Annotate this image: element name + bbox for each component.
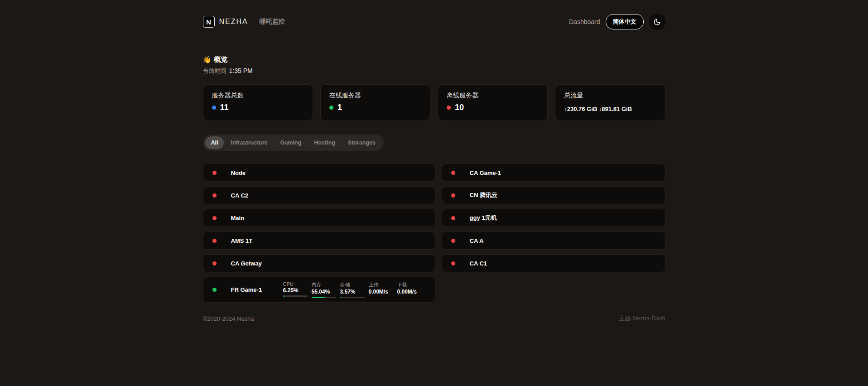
time-label: 当前时间 [203, 67, 227, 75]
server-row[interactable]: Main [203, 209, 435, 227]
download-stat: 下载 0.00M/s [397, 281, 426, 299]
theme-toggle-button[interactable] [649, 14, 665, 30]
server-list: Node CA C2 Main AMS 1T CA Getway [203, 164, 665, 303]
stat-card-offline-servers: 离线服务器 10 [438, 84, 548, 121]
status-dot-icon [212, 193, 217, 198]
wave-emoji-icon: 👋 [203, 56, 212, 64]
stat-value: 1 [338, 103, 342, 112]
dashboard-link[interactable]: Dashboard [569, 18, 600, 25]
status-dot-icon [212, 216, 217, 220]
server-name: CA Game-1 [470, 169, 502, 176]
server-row[interactable]: CA Getway [203, 254, 435, 272]
moon-icon [653, 18, 661, 26]
server-row[interactable]: CN 腾讯云 [442, 186, 665, 204]
stat-label: 服务器总数 [212, 92, 304, 100]
stat-value: 10 [455, 103, 464, 112]
overview-section: 👋 概览 当前时间 1:35 PM 服务器总数 11 在线服务器 1 [203, 55, 665, 323]
stat-card-online-servers: 在线服务器 1 [320, 84, 430, 121]
stat-card-total-traffic: 总流量 ↑230.76 GiB ↓891.81 GiB [555, 84, 665, 121]
nezha-logo-icon: N [203, 16, 215, 28]
stat-col-value: 55.04% [312, 289, 340, 295]
server-row[interactable]: AMS 1T [203, 232, 435, 250]
stat-col-label: 内存 [312, 281, 340, 288]
stat-value: 11 [220, 103, 229, 112]
brand-subtitle: 哪吒监控 [260, 18, 285, 26]
stat-col-value: 3.57% [340, 289, 369, 295]
stat-label: 总流量 [564, 92, 656, 100]
cpu-progress-bar [283, 295, 308, 297]
server-name: CN 腾讯云 [470, 191, 497, 199]
server-column-right: CA Game-1 CN 腾讯云 ggy 1元机 CA A CA C1 [442, 164, 665, 303]
group-tabs: All Infrastructure Gaming Hosting Storan… [203, 135, 384, 151]
blue-dot-icon [212, 106, 216, 110]
upload-stat: 上传 0.00M/s [369, 281, 397, 299]
green-dot-icon [329, 106, 333, 110]
stat-label: 离线服务器 [447, 92, 539, 100]
server-row[interactable]: CA C2 [203, 186, 435, 204]
overview-title-text: 概览 [214, 55, 227, 64]
time-value: 1:35 PM [229, 67, 253, 74]
language-button[interactable]: 简体中文 [606, 14, 644, 29]
copyright-text[interactable]: ©2020-2024 Nezha [203, 315, 254, 322]
stat-col-label: CPU [283, 281, 312, 287]
tab-storanges[interactable]: Storanges [342, 136, 381, 149]
server-live-stats: CPU 6.25% 内存 55.04% [283, 281, 426, 299]
tab-gaming[interactable]: Gaming [275, 136, 308, 149]
cpu-stat: CPU 6.25% [283, 281, 312, 299]
stat-label: 在线服务器 [329, 92, 421, 100]
stat-col-value: 6.25% [283, 287, 312, 294]
server-row[interactable]: Node [203, 164, 435, 182]
stat-col-value: 0.00M/s [369, 289, 397, 295]
stats-grid: 服务器总数 11 在线服务器 1 离线服务器 10 [203, 84, 665, 121]
status-dot-icon [212, 261, 217, 265]
page-title: 👋 概览 [203, 55, 665, 64]
page-container: N NEZHA 哪吒监控 Dashboard 简体中文 👋 概览 当前时间 [203, 0, 665, 323]
brand-name: NEZHA [219, 18, 248, 26]
header: N NEZHA 哪吒监控 Dashboard 简体中文 [203, 0, 665, 30]
storage-stat: 存储 3.57% [340, 281, 369, 299]
storage-progress-bar [340, 297, 365, 299]
status-dot-icon [451, 193, 455, 198]
status-dot-icon [451, 171, 455, 175]
stat-card-total-servers: 服务器总数 11 [203, 84, 313, 121]
status-dot-icon [212, 239, 217, 243]
server-row[interactable]: CA C1 [442, 254, 665, 272]
server-name: ggy 1元机 [470, 214, 497, 222]
server-name: CA C2 [231, 192, 249, 199]
stat-col-value: 0.00M/s [397, 289, 426, 295]
status-dot-icon [451, 239, 455, 243]
current-time: 当前时间 1:35 PM [203, 67, 665, 75]
red-dot-icon [447, 106, 451, 110]
server-name: Main [231, 215, 245, 222]
footer: ©2020-2024 Nezha 主题-Nezha-Dash [203, 314, 665, 323]
tab-infrastructure[interactable]: Infrastructure [225, 136, 273, 149]
stat-col-label: 下载 [397, 281, 426, 288]
memory-progress-bar [312, 297, 336, 299]
brand-logo-link[interactable]: N NEZHA 哪吒监控 [203, 16, 285, 28]
server-row-online[interactable]: FR Game-1 CPU 6.25% 内存 55.04% [203, 277, 435, 303]
brand-divider [254, 18, 254, 25]
tab-all[interactable]: All [205, 136, 224, 149]
header-actions: Dashboard 简体中文 [569, 14, 665, 30]
server-row[interactable]: CA A [442, 232, 665, 250]
server-row[interactable]: CA Game-1 [442, 164, 665, 182]
server-name: CA A [470, 237, 484, 244]
stat-col-label: 上传 [369, 281, 397, 288]
server-column-left: Node CA C2 Main AMS 1T CA Getway [203, 164, 435, 303]
server-name: AMS 1T [231, 237, 253, 244]
status-dot-icon [451, 216, 455, 220]
server-name: Node [231, 169, 246, 176]
traffic-value: ↑230.76 GiB ↓891.81 GiB [564, 106, 656, 112]
server-name: CA C1 [470, 260, 487, 267]
server-name: CA Getway [231, 260, 262, 267]
status-dot-icon [451, 261, 455, 265]
status-dot-icon [212, 171, 217, 175]
theme-link[interactable]: 主题-Nezha-Dash [619, 314, 665, 323]
tab-hosting[interactable]: Hosting [308, 136, 341, 149]
memory-stat: 内存 55.04% [312, 281, 340, 299]
stat-col-label: 存储 [340, 281, 369, 288]
server-name: FR Game-1 [231, 286, 283, 293]
status-dot-icon [212, 288, 217, 292]
server-row[interactable]: ggy 1元机 [442, 209, 665, 227]
